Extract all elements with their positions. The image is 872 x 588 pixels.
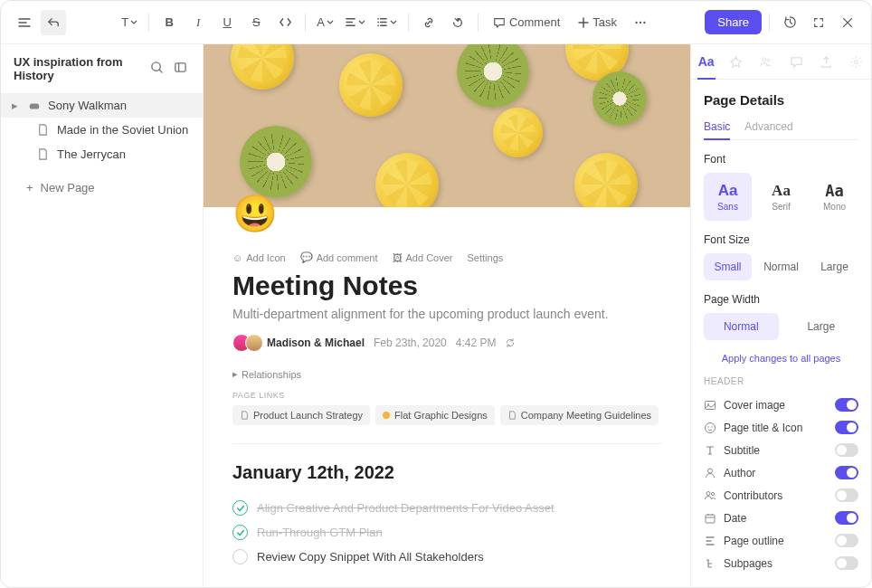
- width-large[interactable]: Large: [784, 313, 859, 340]
- page-emoji[interactable]: 😃: [232, 193, 661, 235]
- toggle-switch[interactable]: [835, 556, 858, 570]
- task-item[interactable]: Align Creative And Product Departments F…: [232, 496, 661, 520]
- font-sans[interactable]: AaSans: [704, 173, 752, 221]
- svg-point-11: [706, 422, 716, 432]
- strikethrough-icon[interactable]: S: [243, 10, 269, 35]
- avatar: [245, 334, 263, 352]
- tab-people[interactable]: [751, 44, 781, 79]
- svg-point-1: [640, 21, 641, 23]
- page-subtitle[interactable]: Multi-department alignment for the upcom…: [232, 307, 661, 321]
- tab-comments[interactable]: [782, 44, 811, 79]
- chip-flat-graphic[interactable]: Flat Graphic Designs: [375, 405, 495, 425]
- new-page-button[interactable]: + New Page: [1, 172, 203, 204]
- list-dropdown[interactable]: [373, 10, 401, 35]
- title-icon: [704, 422, 716, 434]
- align-dropdown[interactable]: [341, 10, 369, 35]
- size-small[interactable]: Small: [704, 253, 752, 280]
- cover-image[interactable]: [204, 44, 690, 207]
- task-text: Run-Through GTM Plan: [257, 526, 383, 539]
- plus-icon: +: [26, 181, 33, 194]
- toggle-switch[interactable]: [835, 398, 858, 412]
- svg-point-7: [767, 59, 770, 62]
- bold-icon[interactable]: B: [156, 10, 182, 35]
- size-normal[interactable]: Normal: [757, 253, 805, 280]
- menu-icon[interactable]: [12, 10, 37, 35]
- font-mono[interactable]: AaMono: [810, 173, 858, 221]
- toggle-switch[interactable]: [835, 466, 858, 479]
- page-content: 😃 ☺Add Icon 💬Add comment 🖼Add Cover Sett…: [204, 193, 690, 587]
- back-icon[interactable]: [41, 10, 66, 35]
- italic-icon[interactable]: I: [185, 10, 211, 35]
- task-item[interactable]: Review Copy Snippet With All Stakeholder…: [232, 545, 661, 569]
- svg-point-16: [711, 492, 714, 495]
- tab-effects[interactable]: [721, 44, 751, 79]
- sync-icon: [505, 337, 516, 348]
- toggle-switch[interactable]: [835, 443, 858, 457]
- checkbox-checked-icon[interactable]: [232, 500, 248, 516]
- toggle-switch[interactable]: [835, 488, 858, 502]
- sub-tab-advanced[interactable]: Advanced: [744, 120, 792, 139]
- svg-point-15: [706, 491, 710, 495]
- page-links: Product Launch Strategy Flat Graphic Des…: [232, 405, 661, 425]
- section-heading[interactable]: January 12th, 2022: [232, 462, 661, 483]
- sidebar-header: UX inspiration from History: [1, 44, 203, 93]
- link-icon[interactable]: [416, 10, 441, 35]
- width-normal[interactable]: Normal: [704, 313, 779, 340]
- text-color-dropdown[interactable]: A: [313, 10, 337, 35]
- toggle-title-icon: Page title & Icon: [704, 416, 858, 439]
- svg-point-0: [636, 21, 638, 23]
- sidebar-item-label: Made in the Soviet Union: [57, 123, 188, 137]
- image-icon: [704, 399, 716, 412]
- chip-meeting-guidelines[interactable]: Company Meeting Guidelines: [500, 405, 659, 425]
- sub-tab-basic[interactable]: Basic: [704, 120, 730, 140]
- page-title[interactable]: Meeting Notes: [232, 270, 661, 301]
- svg-point-12: [707, 426, 708, 427]
- panel-toggle-icon[interactable]: [174, 61, 190, 77]
- task-button[interactable]: Task: [571, 10, 624, 35]
- svg-point-2: [643, 21, 645, 23]
- apply-all-link[interactable]: Apply changes to all pages: [704, 353, 858, 364]
- share-button[interactable]: Share: [705, 10, 762, 34]
- history-icon[interactable]: [777, 10, 802, 35]
- close-icon[interactable]: [835, 10, 860, 35]
- header-section-label: HEADER: [704, 376, 858, 386]
- more-icon[interactable]: [628, 10, 653, 35]
- size-large[interactable]: Large: [810, 253, 858, 280]
- tab-typography[interactable]: Aa: [691, 44, 721, 79]
- tab-export[interactable]: [811, 44, 841, 79]
- revert-icon[interactable]: [445, 10, 470, 35]
- top-toolbar: T B I U S A Comment Task Share: [1, 1, 871, 44]
- toggle-switch[interactable]: [835, 421, 858, 434]
- task-item[interactable]: Run-Through GTM Plan: [232, 520, 661, 545]
- doc-icon: [507, 411, 517, 420]
- sidebar-item-jerrycan[interactable]: The Jerrycan: [1, 142, 203, 166]
- caret-icon: ▸: [232, 368, 238, 380]
- sidebar-item-soviet[interactable]: Made in the Soviet Union: [1, 118, 203, 142]
- add-comment-button[interactable]: 💬Add comment: [300, 251, 378, 263]
- comment-button[interactable]: Comment: [486, 10, 567, 35]
- author-avatars: [232, 334, 258, 352]
- checkbox-checked-icon[interactable]: [232, 525, 248, 540]
- expand-icon[interactable]: [806, 10, 831, 35]
- toggle-cover-image: Cover image: [704, 394, 858, 416]
- add-cover-button[interactable]: 🖼Add Cover: [393, 251, 453, 263]
- search-icon[interactable]: [150, 61, 166, 77]
- font-size-label: Font Size: [704, 233, 858, 246]
- font-serif[interactable]: AaSerif: [757, 173, 805, 221]
- main-content: 😃 ☺Add Icon 💬Add comment 🖼Add Cover Sett…: [204, 44, 690, 587]
- chip-product-launch[interactable]: Product Launch Strategy: [232, 405, 370, 425]
- sidebar-item-walkman[interactable]: ▸ Sony Walkman: [1, 93, 203, 118]
- toggle-switch[interactable]: [835, 534, 858, 547]
- settings-link[interactable]: Settings: [468, 251, 504, 263]
- relationships-row[interactable]: ▸Relationships: [232, 365, 661, 384]
- doc-icon: [37, 148, 50, 161]
- checkbox-unchecked-icon[interactable]: [232, 549, 248, 564]
- code-icon[interactable]: [272, 10, 298, 35]
- task-text: Align Creative And Product Departments F…: [257, 501, 554, 515]
- add-icon-button[interactable]: ☺Add Icon: [232, 251, 286, 263]
- text-style-dropdown[interactable]: T: [118, 10, 141, 35]
- workspace-title: UX inspiration from History: [14, 55, 143, 82]
- tab-settings[interactable]: [841, 44, 871, 79]
- underline-icon[interactable]: U: [214, 10, 240, 35]
- toggle-switch[interactable]: [835, 511, 858, 525]
